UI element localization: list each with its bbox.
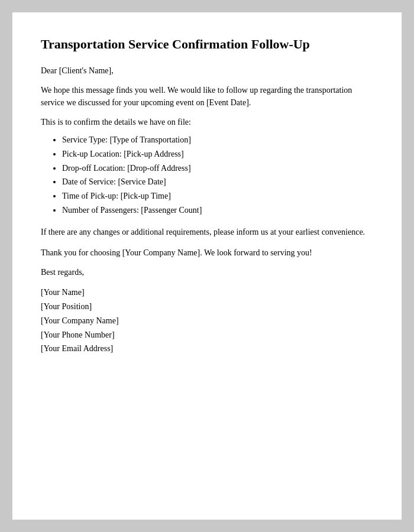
signature-email: [Your Email Address]: [41, 342, 373, 356]
salutation: Dear [Client's Name],: [41, 66, 373, 76]
signature-name: [Your Name]: [41, 286, 373, 300]
best-regards: Best regards,: [41, 268, 373, 277]
intro-paragraph: We hope this message finds you well. We …: [41, 84, 373, 109]
signature-block: [Your Name] [Your Position] [Your Compan…: [41, 286, 373, 356]
document-title: Transportation Service Confirmation Foll…: [41, 36, 373, 53]
list-item: Number of Passengers: [Passenger Count]: [62, 203, 373, 218]
list-item: Drop-off Location: [Drop-off Address]: [62, 161, 373, 176]
confirm-intro: This is to confirm the details we have o…: [41, 118, 373, 127]
list-item: Date of Service: [Service Date]: [62, 175, 373, 189]
list-item: Service Type: [Type of Transportation]: [62, 133, 373, 147]
document-container: Transportation Service Confirmation Foll…: [12, 12, 402, 520]
list-item: Pick-up Location: [Pick-up Address]: [62, 147, 373, 161]
changes-paragraph: If there are any changes or additional r…: [41, 226, 373, 239]
signature-phone: [Your Phone Number]: [41, 328, 373, 342]
list-item: Time of Pick-up: [Pick-up Time]: [62, 189, 373, 203]
details-list: Service Type: [Type of Transportation] P…: [41, 133, 373, 218]
signature-company: [Your Company Name]: [41, 314, 373, 328]
thank-you-paragraph: Thank you for choosing [Your Company Nam…: [41, 246, 373, 259]
signature-position: [Your Position]: [41, 300, 373, 314]
